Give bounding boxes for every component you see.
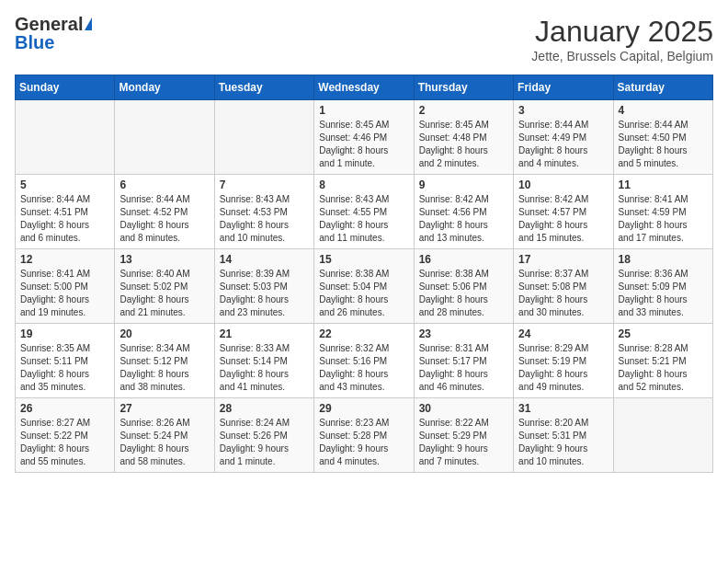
day-info: Sunrise: 8:44 AM Sunset: 4:52 PM Dayligh… xyxy=(119,193,209,245)
calendar-cell: 9Sunrise: 8:42 AM Sunset: 4:56 PM Daylig… xyxy=(414,175,513,249)
day-info: Sunrise: 8:20 AM Sunset: 5:31 PM Dayligh… xyxy=(518,417,608,468)
calendar-cell xyxy=(16,100,115,175)
day-info: Sunrise: 8:44 AM Sunset: 4:49 PM Dayligh… xyxy=(518,119,608,170)
calendar-cell: 23Sunrise: 8:31 AM Sunset: 5:17 PM Dayli… xyxy=(414,324,513,398)
day-number: 12 xyxy=(20,253,109,266)
day-number: 14 xyxy=(220,253,309,266)
day-info: Sunrise: 8:23 AM Sunset: 5:28 PM Dayligh… xyxy=(319,417,408,468)
day-number: 29 xyxy=(319,402,408,415)
day-number: 2 xyxy=(419,104,508,117)
day-info: Sunrise: 8:32 AM Sunset: 5:16 PM Dayligh… xyxy=(319,342,408,394)
day-info: Sunrise: 8:40 AM Sunset: 5:02 PM Dayligh… xyxy=(119,268,209,319)
day-number: 28 xyxy=(220,402,309,415)
calendar-cell xyxy=(613,398,712,473)
day-info: Sunrise: 8:24 AM Sunset: 5:26 PM Dayligh… xyxy=(220,417,309,468)
day-number: 13 xyxy=(119,253,209,266)
day-info: Sunrise: 8:44 AM Sunset: 4:50 PM Dayligh… xyxy=(619,119,708,170)
day-number: 15 xyxy=(319,253,408,266)
day-info: Sunrise: 8:45 AM Sunset: 4:46 PM Dayligh… xyxy=(319,119,408,170)
day-info: Sunrise: 8:27 AM Sunset: 5:22 PM Dayligh… xyxy=(20,417,109,468)
day-number: 20 xyxy=(119,327,209,340)
calendar-cell: 5Sunrise: 8:44 AM Sunset: 4:51 PM Daylig… xyxy=(16,175,115,249)
day-number: 3 xyxy=(518,104,608,117)
day-number: 4 xyxy=(619,104,708,117)
day-number: 9 xyxy=(419,178,508,191)
calendar-cell: 14Sunrise: 8:39 AM Sunset: 5:03 PM Dayli… xyxy=(214,249,313,324)
day-number: 24 xyxy=(518,327,608,340)
calendar-week-row: 26Sunrise: 8:27 AM Sunset: 5:22 PM Dayli… xyxy=(16,398,713,473)
day-number: 23 xyxy=(419,327,508,340)
calendar-cell: 8Sunrise: 8:43 AM Sunset: 4:55 PM Daylig… xyxy=(314,175,414,249)
calendar-cell: 11Sunrise: 8:41 AM Sunset: 4:59 PM Dayli… xyxy=(613,175,712,249)
day-number: 1 xyxy=(319,104,408,117)
calendar-cell: 26Sunrise: 8:27 AM Sunset: 5:22 PM Dayli… xyxy=(16,398,115,473)
day-number: 17 xyxy=(518,253,608,266)
day-number: 11 xyxy=(619,178,708,191)
day-info: Sunrise: 8:35 AM Sunset: 5:11 PM Dayligh… xyxy=(20,342,109,394)
calendar-cell: 15Sunrise: 8:38 AM Sunset: 5:04 PM Dayli… xyxy=(314,249,414,324)
calendar-week-row: 5Sunrise: 8:44 AM Sunset: 4:51 PM Daylig… xyxy=(16,175,713,249)
day-number: 10 xyxy=(518,178,608,191)
calendar-cell: 24Sunrise: 8:29 AM Sunset: 5:19 PM Dayli… xyxy=(514,324,613,398)
calendar-week-row: 12Sunrise: 8:41 AM Sunset: 5:00 PM Dayli… xyxy=(16,249,713,324)
day-info: Sunrise: 8:43 AM Sunset: 4:53 PM Dayligh… xyxy=(220,193,309,245)
calendar-cell: 7Sunrise: 8:43 AM Sunset: 4:53 PM Daylig… xyxy=(214,175,313,249)
day-number: 6 xyxy=(119,178,209,191)
calendar-cell: 19Sunrise: 8:35 AM Sunset: 5:11 PM Dayli… xyxy=(16,324,115,398)
calendar-cell xyxy=(115,100,214,175)
calendar-cell: 18Sunrise: 8:36 AM Sunset: 5:09 PM Dayli… xyxy=(613,249,712,324)
logo: General Blue xyxy=(15,15,92,52)
day-info: Sunrise: 8:42 AM Sunset: 4:56 PM Dayligh… xyxy=(419,193,508,245)
calendar-cell: 13Sunrise: 8:40 AM Sunset: 5:02 PM Dayli… xyxy=(115,249,214,324)
logo-blue-text: Blue xyxy=(15,33,54,52)
page-header: General Blue January 2025 Jette, Brussel… xyxy=(15,15,713,63)
day-info: Sunrise: 8:33 AM Sunset: 5:14 PM Dayligh… xyxy=(220,342,309,394)
day-number: 30 xyxy=(419,402,508,415)
calendar-cell: 27Sunrise: 8:26 AM Sunset: 5:24 PM Dayli… xyxy=(115,398,214,473)
calendar-week-row: 1Sunrise: 8:45 AM Sunset: 4:46 PM Daylig… xyxy=(16,100,713,175)
weekday-header: Monday xyxy=(115,75,214,100)
calendar-cell: 25Sunrise: 8:28 AM Sunset: 5:21 PM Dayli… xyxy=(613,324,712,398)
logo-general-text: General xyxy=(15,15,83,33)
weekday-header: Thursday xyxy=(414,75,513,100)
location-title: Jette, Brussels Capital, Belgium xyxy=(531,49,713,63)
day-number: 19 xyxy=(20,327,109,340)
month-title: January 2025 xyxy=(531,15,713,49)
calendar-week-row: 19Sunrise: 8:35 AM Sunset: 5:11 PM Dayli… xyxy=(16,324,713,398)
day-number: 22 xyxy=(319,327,408,340)
day-info: Sunrise: 8:45 AM Sunset: 4:48 PM Dayligh… xyxy=(419,119,508,170)
weekday-header: Saturday xyxy=(613,75,712,100)
calendar-cell: 2Sunrise: 8:45 AM Sunset: 4:48 PM Daylig… xyxy=(414,100,513,175)
day-number: 18 xyxy=(619,253,708,266)
day-info: Sunrise: 8:34 AM Sunset: 5:12 PM Dayligh… xyxy=(119,342,209,394)
calendar-cell: 20Sunrise: 8:34 AM Sunset: 5:12 PM Dayli… xyxy=(115,324,214,398)
weekday-header: Wednesday xyxy=(314,75,414,100)
calendar-cell: 21Sunrise: 8:33 AM Sunset: 5:14 PM Dayli… xyxy=(214,324,313,398)
calendar-cell: 12Sunrise: 8:41 AM Sunset: 5:00 PM Dayli… xyxy=(16,249,115,324)
calendar-cell: 22Sunrise: 8:32 AM Sunset: 5:16 PM Dayli… xyxy=(314,324,414,398)
calendar-cell: 6Sunrise: 8:44 AM Sunset: 4:52 PM Daylig… xyxy=(115,175,214,249)
title-block: January 2025 Jette, Brussels Capital, Be… xyxy=(531,15,713,63)
calendar-cell: 16Sunrise: 8:38 AM Sunset: 5:06 PM Dayli… xyxy=(414,249,513,324)
day-info: Sunrise: 8:41 AM Sunset: 5:00 PM Dayligh… xyxy=(20,268,109,319)
weekday-header: Sunday xyxy=(16,75,115,100)
day-info: Sunrise: 8:37 AM Sunset: 5:08 PM Dayligh… xyxy=(518,268,608,319)
day-info: Sunrise: 8:38 AM Sunset: 5:04 PM Dayligh… xyxy=(319,268,408,319)
calendar-cell: 17Sunrise: 8:37 AM Sunset: 5:08 PM Dayli… xyxy=(514,249,613,324)
day-info: Sunrise: 8:28 AM Sunset: 5:21 PM Dayligh… xyxy=(619,342,708,394)
calendar-cell: 28Sunrise: 8:24 AM Sunset: 5:26 PM Dayli… xyxy=(214,398,313,473)
day-info: Sunrise: 8:22 AM Sunset: 5:29 PM Dayligh… xyxy=(419,417,508,468)
day-info: Sunrise: 8:29 AM Sunset: 5:19 PM Dayligh… xyxy=(518,342,608,394)
day-info: Sunrise: 8:26 AM Sunset: 5:24 PM Dayligh… xyxy=(119,417,209,468)
day-number: 5 xyxy=(20,178,109,191)
day-number: 25 xyxy=(619,327,708,340)
calendar-cell: 10Sunrise: 8:42 AM Sunset: 4:57 PM Dayli… xyxy=(514,175,613,249)
day-info: Sunrise: 8:31 AM Sunset: 5:17 PM Dayligh… xyxy=(419,342,508,394)
day-info: Sunrise: 8:42 AM Sunset: 4:57 PM Dayligh… xyxy=(518,193,608,245)
day-info: Sunrise: 8:39 AM Sunset: 5:03 PM Dayligh… xyxy=(220,268,309,319)
day-number: 16 xyxy=(419,253,508,266)
calendar-cell: 1Sunrise: 8:45 AM Sunset: 4:46 PM Daylig… xyxy=(314,100,414,175)
weekday-header: Tuesday xyxy=(214,75,313,100)
day-number: 7 xyxy=(220,178,309,191)
calendar-table: SundayMondayTuesdayWednesdayThursdayFrid… xyxy=(15,75,713,473)
